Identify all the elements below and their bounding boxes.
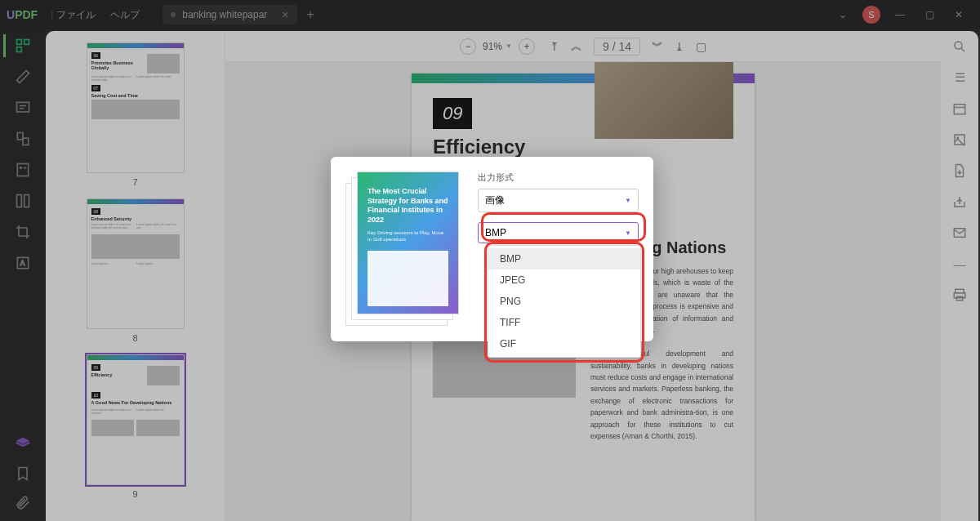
output-format-select[interactable]: 画像▼ <box>478 189 639 212</box>
output-type-select[interactable]: BMP▼ <box>478 222 639 243</box>
option-tiff[interactable]: TIFF <box>488 312 640 333</box>
option-gif[interactable]: GIF <box>488 333 640 354</box>
option-jpeg[interactable]: JPEG <box>488 269 640 291</box>
format-dropdown: BMP JPEG PNG TIFF GIF <box>488 245 641 358</box>
option-bmp[interactable]: BMP <box>488 248 640 269</box>
option-png[interactable]: PNG <box>488 291 640 312</box>
export-preview: The Most Crucial Strategy for Banks and … <box>345 171 460 327</box>
chevron-down-icon: ▼ <box>625 229 631 237</box>
output-format-label: 出力形式 <box>478 171 639 184</box>
chevron-down-icon: ▼ <box>625 197 631 204</box>
